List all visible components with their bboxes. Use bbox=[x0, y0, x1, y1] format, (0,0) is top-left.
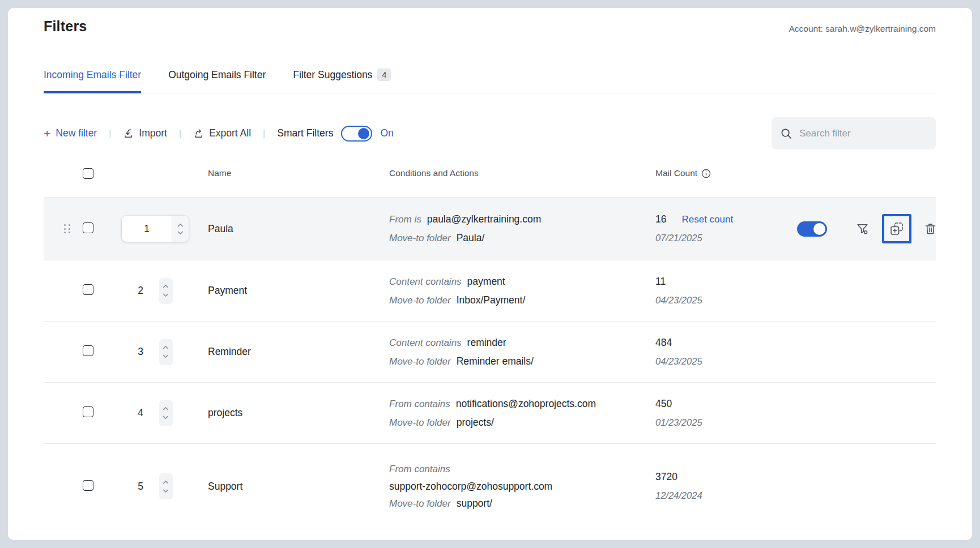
chevron-up-icon bbox=[177, 223, 184, 227]
toolbar-separator: | bbox=[263, 129, 265, 139]
chevron-up-icon bbox=[163, 345, 169, 349]
action-label: Move-to folder bbox=[389, 295, 451, 306]
mail-count-value: 11 bbox=[655, 272, 666, 291]
condition-label: From contains bbox=[389, 461, 655, 478]
table-row: 4 projects From containsnotifications@zo… bbox=[44, 383, 936, 444]
chevron-down-icon bbox=[163, 416, 169, 419]
last-used-date: 12/24/2024 bbox=[655, 486, 797, 505]
row-checkbox[interactable] bbox=[83, 480, 93, 491]
order-spinner[interactable] bbox=[159, 400, 173, 426]
run-filter-button[interactable] bbox=[855, 222, 870, 236]
account-info: Account: sarah.w@zylkertraining.com bbox=[789, 24, 936, 34]
mail-count-label: Mail Count bbox=[655, 168, 697, 178]
filter-condition: Content containspayment bbox=[389, 272, 655, 291]
export-all-label: Export All bbox=[209, 127, 251, 139]
filter-action: Move-to folderReminder emails/ bbox=[389, 352, 655, 371]
filter-action: Move-to foldersupport/ bbox=[389, 495, 655, 512]
filter-condition: From containsnotifications@zohoprojects.… bbox=[389, 395, 655, 413]
order-spinner[interactable] bbox=[159, 473, 173, 499]
action-value: Reminder emails/ bbox=[457, 356, 534, 367]
search-icon bbox=[781, 128, 792, 139]
copy-button-highlight-box bbox=[882, 214, 911, 243]
filter-condition: Content containsreminder bbox=[389, 333, 655, 352]
smart-filters-control: Smart Filters On bbox=[277, 126, 394, 142]
tab-label: Filter Suggestions bbox=[293, 69, 372, 81]
row-checkbox[interactable] bbox=[83, 284, 93, 295]
filter-order-input[interactable]: 1 bbox=[122, 216, 189, 242]
delete-filter-button[interactable] bbox=[924, 222, 937, 236]
filters-table: Name Conditions and Actions Mail Count bbox=[8, 149, 972, 529]
tab-outgoing-emails-filter[interactable]: Outgoing Emails Filter bbox=[168, 68, 266, 93]
toggle-knob bbox=[813, 223, 825, 235]
mail-count-value: 450 bbox=[655, 395, 672, 413]
table-row: 3 Reminder Content containsreminder Move… bbox=[44, 322, 936, 383]
drag-handle-icon[interactable] bbox=[64, 224, 71, 233]
tab-incoming-emails-filter[interactable]: Incoming Emails Filter bbox=[44, 68, 141, 93]
tab-label: Outgoing Emails Filter bbox=[168, 69, 266, 81]
last-used-date: 01/23/2025 bbox=[655, 413, 797, 432]
new-filter-label: New filter bbox=[56, 127, 97, 139]
copy-icon bbox=[889, 221, 904, 236]
mail-count-value: 484 bbox=[655, 333, 672, 352]
plus-icon: + bbox=[44, 129, 50, 139]
condition-value: paula@zylkertraining.com bbox=[427, 213, 542, 225]
table-row: 2 Payment Content containspayment Move-t… bbox=[44, 260, 936, 322]
filter-suggestions-count-badge: 4 bbox=[377, 68, 391, 81]
order-number[interactable]: 1 bbox=[122, 216, 172, 242]
filter-enabled-toggle[interactable] bbox=[797, 221, 827, 237]
search-filter-box bbox=[772, 117, 936, 149]
filters-page: Filters Account: sarah.w@zylkertraining.… bbox=[8, 8, 972, 540]
mail-count-value: 16 bbox=[655, 210, 666, 229]
chevron-up-icon bbox=[163, 284, 169, 288]
toggle-knob bbox=[358, 128, 369, 139]
tabs: Incoming Emails Filter Outgoing Emails F… bbox=[44, 68, 936, 93]
toolbar-separator: | bbox=[109, 129, 111, 139]
funnel-icon bbox=[855, 222, 870, 236]
import-button[interactable]: Import bbox=[123, 127, 167, 139]
search-input[interactable] bbox=[799, 128, 927, 139]
action-value: Inbox/Payment/ bbox=[457, 294, 526, 306]
last-used-date: 04/23/2025 bbox=[655, 352, 797, 371]
row-checkbox[interactable] bbox=[83, 345, 93, 356]
row-checkbox[interactable] bbox=[83, 222, 93, 233]
copy-filter-button[interactable] bbox=[889, 221, 904, 236]
filter-name: Payment bbox=[208, 285, 389, 297]
condition-label: From is bbox=[389, 214, 421, 225]
new-filter-button[interactable]: + New filter bbox=[44, 127, 97, 139]
chevron-down-icon bbox=[163, 293, 169, 297]
filter-name: Reminder bbox=[208, 346, 389, 358]
order-number: 5 bbox=[138, 481, 143, 493]
last-used-date: 07/21/2025 bbox=[655, 229, 797, 247]
action-label: Move-to folder bbox=[389, 498, 451, 509]
order-spinner[interactable] bbox=[172, 216, 189, 242]
smart-filters-toggle[interactable] bbox=[341, 126, 372, 142]
filter-condition: From ispaula@zylkertraining.com bbox=[389, 210, 655, 229]
export-all-button[interactable]: Export All bbox=[193, 127, 251, 139]
order-spinner[interactable] bbox=[159, 339, 173, 365]
order-spinner[interactable] bbox=[159, 278, 173, 304]
condition-label: From contains bbox=[389, 399, 450, 409]
tab-label: Incoming Emails Filter bbox=[44, 69, 141, 81]
last-used-date: 04/23/2025 bbox=[655, 291, 797, 310]
info-icon[interactable] bbox=[701, 169, 711, 178]
filter-action: Move-to folderPaula/ bbox=[389, 229, 655, 247]
select-all-checkbox[interactable] bbox=[83, 168, 93, 179]
row-checkbox[interactable] bbox=[83, 406, 93, 417]
condition-value: notifications@zohoprojects.com bbox=[456, 398, 596, 409]
toolbar-separator: | bbox=[179, 129, 181, 139]
column-header-name: Name bbox=[208, 168, 389, 178]
tab-filter-suggestions[interactable]: Filter Suggestions 4 bbox=[293, 68, 391, 93]
tabs-bar: Incoming Emails Filter Outgoing Emails F… bbox=[44, 68, 936, 93]
table-row: 1 Paula From ispaula@zylkertraining.com … bbox=[44, 198, 936, 260]
reset-count-link[interactable]: Reset count bbox=[681, 210, 733, 229]
filter-name: projects bbox=[208, 407, 389, 419]
condition-value: payment bbox=[467, 276, 505, 287]
action-value: Paula/ bbox=[457, 232, 485, 243]
import-label: Import bbox=[139, 127, 167, 139]
chevron-up-icon bbox=[163, 406, 169, 410]
column-header-conditions: Conditions and Actions bbox=[389, 168, 655, 178]
mail-count-value: 3720 bbox=[655, 468, 678, 486]
order-number: 2 bbox=[138, 285, 143, 297]
chevron-up-icon bbox=[163, 480, 169, 484]
chevron-down-icon bbox=[163, 489, 169, 493]
